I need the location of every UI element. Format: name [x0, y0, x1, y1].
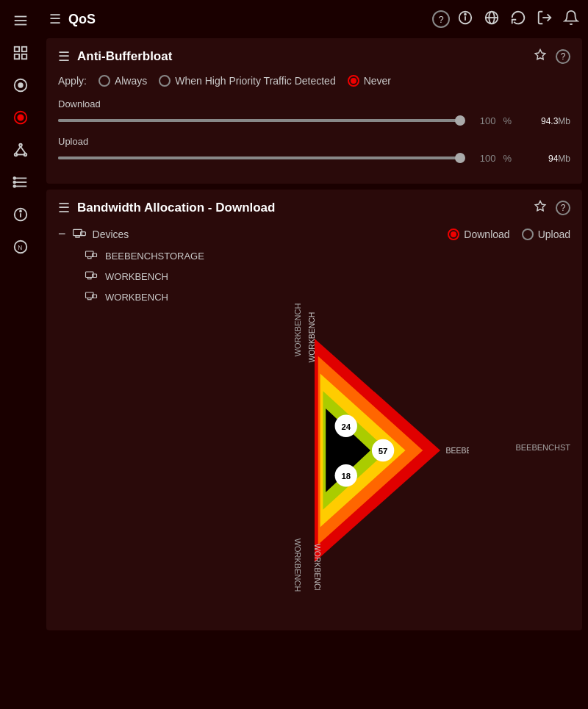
sidebar-menu[interactable] — [7, 7, 34, 34]
device-icon-1 — [85, 249, 98, 262]
topbar-bell-icon[interactable] — [563, 10, 579, 29]
list-item[interactable]: WORKBENCH — [85, 270, 570, 283]
apply-label: Apply: — [58, 75, 87, 87]
chart-label-workbench-top: WORKBENCH — [293, 303, 302, 357]
download-slider-track[interactable] — [58, 119, 465, 122]
upload-slider-section: Upload 100 % 94Mb — [58, 136, 570, 165]
topbar-help-icon[interactable]: ? — [432, 10, 450, 28]
panel-menu-icon[interactable]: ☰ — [58, 48, 70, 65]
svg-point-11 — [19, 144, 22, 147]
topbar-logout-icon[interactable] — [537, 10, 553, 29]
list-item[interactable]: BEEBENCHSTORAGE — [85, 249, 570, 262]
panels: ☰ Anti-Bufferbloat ? Apply: Always — [40, 38, 588, 709]
sidebar-item-info[interactable] — [7, 201, 34, 228]
radio-circle-always — [98, 75, 110, 87]
help-icon[interactable]: ? — [556, 49, 570, 64]
ba-pin-icon[interactable] — [534, 200, 547, 216]
topbar-refresh-icon[interactable] — [510, 10, 526, 29]
chart-label-bottom: WORKBENCH — [313, 544, 321, 590]
radio-high-priority[interactable]: When High Priority Traffic Detected — [159, 75, 335, 87]
sidebar: N — [0, 0, 40, 709]
radio-always[interactable]: Always — [98, 75, 147, 87]
radio-always-label: Always — [115, 75, 147, 87]
sidebar-item-list[interactable] — [7, 169, 34, 195]
device-list: BEEBENCHSTORAGE WORKBENCH WORKBENCH — [85, 249, 570, 303]
apply-row: Apply: Always When High Priority Traffic… — [58, 75, 570, 87]
download-pct: % — [503, 115, 512, 126]
ba-left: − Devices — [58, 226, 448, 242]
svg-rect-43 — [93, 274, 97, 278]
ba-radio-download[interactable]: Download — [448, 228, 509, 240]
bandwidth-allocation-header: ☰ Bandwidth Allocation - Download ? — [58, 200, 570, 216]
svg-point-30 — [465, 13, 466, 15]
panel-header-icons: ? — [534, 48, 570, 65]
sidebar-item-activity[interactable] — [7, 104, 34, 131]
svg-point-8 — [18, 83, 23, 87]
ba-download-label: Download — [464, 228, 509, 240]
ba-right: Download Upload — [448, 228, 570, 240]
radio-never[interactable]: Never — [348, 75, 391, 87]
radio-group: Always When High Priority Traffic Detect… — [98, 75, 391, 87]
sidebar-item-network[interactable] — [7, 137, 34, 163]
ba-upload-label: Upload — [538, 228, 570, 240]
svg-text:N: N — [18, 245, 22, 251]
chart-label-right: BEEBENCHST — [445, 447, 468, 455]
ba-panel-menu-icon[interactable]: ☰ — [58, 200, 70, 216]
collapse-button[interactable]: − — [58, 226, 66, 242]
radio-never-label: Never — [364, 75, 391, 87]
upload-slider-thumb[interactable] — [455, 153, 465, 163]
download-slider-section: Download 100 % 94.3Mb — [58, 98, 570, 127]
triangle-chart: WORKBENCH BEEBENCHST WORKBENCH 24 57 18 — [160, 311, 469, 590]
svg-rect-42 — [88, 278, 92, 279]
download-label: Download — [58, 98, 570, 109]
svg-point-10 — [18, 115, 23, 120]
upload-pct: % — [503, 153, 512, 164]
device-icon-2 — [85, 270, 98, 283]
list-item[interactable]: WORKBENCH — [85, 290, 570, 303]
topbar-title: QoS — [68, 12, 96, 27]
upload-speed: 94Mb — [519, 151, 570, 165]
sidebar-item-dashboard[interactable] — [7, 40, 34, 66]
svg-point-25 — [20, 211, 21, 212]
sidebar-item-n[interactable]: N — [7, 234, 34, 260]
bandwidth-allocation-title: Bandwidth Allocation - Download — [77, 201, 526, 215]
download-speed: 94.3Mb — [519, 114, 570, 127]
download-slider-fill — [58, 119, 465, 122]
upload-slider-track[interactable] — [58, 156, 465, 159]
badge-57-text: 57 — [378, 447, 387, 456]
svg-rect-46 — [93, 295, 97, 298]
upload-slider-value: 100 — [472, 153, 495, 164]
bandwidth-allocation-panel: ☰ Bandwidth Allocation - Download ? − De… — [46, 190, 582, 630]
svg-point-22 — [13, 185, 15, 187]
topbar-menu-icon[interactable]: ☰ — [49, 11, 61, 27]
topbar-globe-icon[interactable] — [484, 10, 500, 29]
ba-radio-upload[interactable]: Upload — [522, 228, 570, 240]
pin-icon[interactable] — [534, 48, 547, 65]
chart-label-workbench-bottom: WORKBENCH — [293, 539, 302, 592]
anti-bufferbloat-title: Anti-Bufferbloat — [77, 49, 526, 64]
radio-circle-high-priority — [159, 75, 171, 87]
download-slider-thumb[interactable] — [455, 115, 465, 126]
sidebar-item-monitor[interactable] — [7, 72, 34, 98]
device-name-1: BEEBENCHSTORAGE — [105, 251, 204, 262]
device-name-3: WORKBENCH — [105, 292, 168, 303]
upload-label: Upload — [58, 136, 570, 147]
anti-bufferbloat-panel: ☰ Anti-Bufferbloat ? Apply: Always — [46, 38, 582, 184]
chart-label-top: WORKBENCH — [308, 312, 316, 363]
topbar-icons — [457, 10, 579, 29]
upload-slider-row: 100 % 94Mb — [58, 151, 570, 165]
svg-line-15 — [21, 146, 25, 153]
topbar-info-icon[interactable] — [457, 10, 473, 29]
topbar: ☰ QoS ? — [40, 0, 588, 38]
svg-point-20 — [13, 177, 15, 179]
devices-label: Devices — [93, 228, 129, 240]
chart-label-beebenchst: BEEBENCHST — [515, 443, 570, 452]
devices-icon — [72, 227, 87, 242]
svg-rect-5 — [14, 54, 18, 59]
svg-rect-36 — [76, 235, 79, 237]
svg-rect-4 — [21, 47, 26, 51]
svg-rect-39 — [88, 257, 92, 259]
ba-help-icon[interactable]: ? — [556, 201, 570, 215]
ba-radio-circle-download — [448, 228, 459, 240]
ba-controls: − Devices Download Upload — [58, 226, 570, 242]
